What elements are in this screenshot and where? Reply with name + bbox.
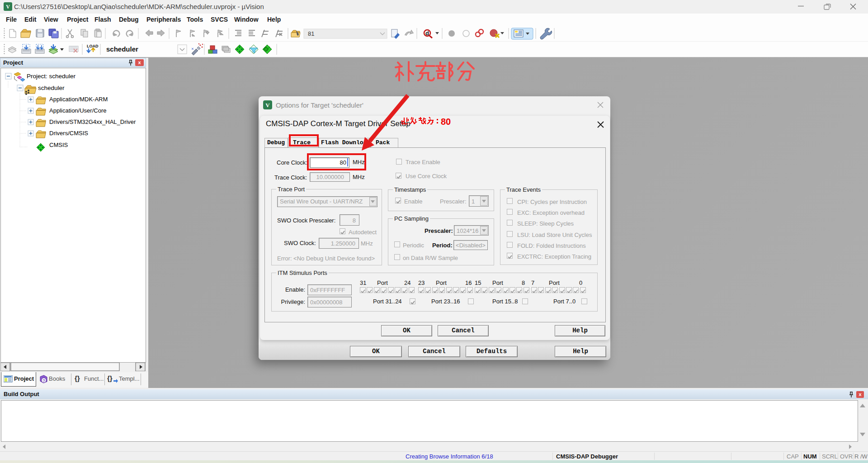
svg-text:scheduler: scheduler	[106, 45, 138, 53]
svg-text:V: V	[265, 102, 270, 109]
svg-text:81: 81	[308, 30, 314, 37]
svg-text:d: d	[425, 30, 429, 37]
svg-text:V: V	[6, 4, 10, 10]
svg-text:?: ?	[43, 378, 45, 383]
